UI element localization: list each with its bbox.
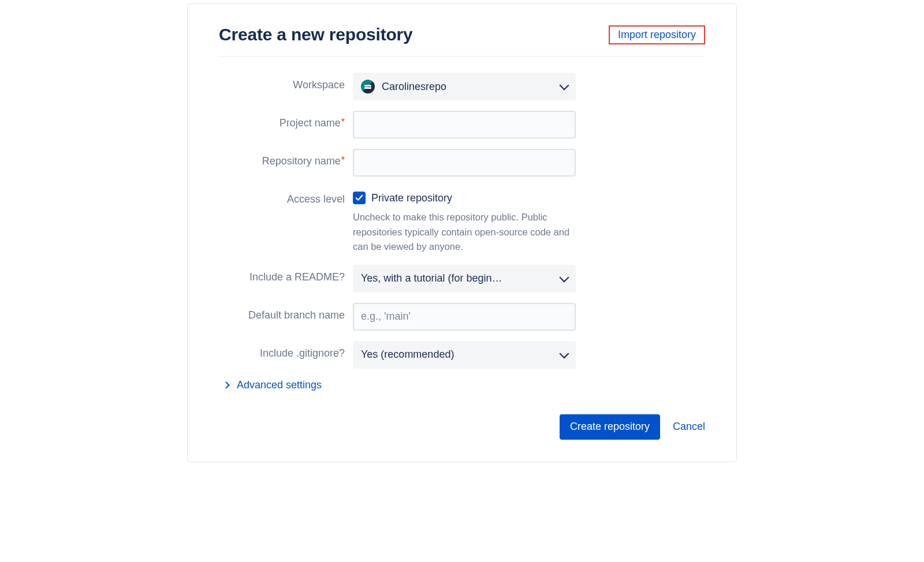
- create-repo-form: Workspace Carolinesrepo Project name* Re…: [219, 73, 705, 440]
- row-repository-name: Repository name*: [219, 149, 705, 177]
- workspace-avatar-icon: [361, 80, 375, 93]
- row-include-readme: Include a README? Yes, with a tutorial (…: [219, 265, 705, 293]
- private-checkbox-label: Private repository: [371, 192, 452, 204]
- header-row: Create a new repository Import repositor…: [219, 25, 705, 57]
- advanced-settings-label: Advanced settings: [237, 379, 322, 391]
- required-asterisk: *: [341, 117, 345, 127]
- row-access-level: Access level Private repository Uncheck …: [219, 187, 705, 254]
- advanced-settings-toggle[interactable]: Advanced settings: [223, 379, 705, 391]
- chevron-down-icon: [560, 272, 569, 282]
- private-checkbox-row: Private repository: [353, 187, 576, 204]
- workspace-value: Carolinesrepo: [382, 81, 556, 93]
- project-name-label: Project name*: [219, 111, 353, 130]
- chevron-right-icon: [222, 381, 230, 389]
- check-icon: [355, 194, 363, 202]
- include-gitignore-label: Include .gitignore?: [219, 341, 353, 360]
- import-repository-link[interactable]: Import repository: [609, 25, 705, 44]
- page-title: Create a new repository: [219, 25, 413, 44]
- include-gitignore-value: Yes (recommended): [361, 349, 556, 361]
- include-readme-label: Include a README?: [219, 265, 353, 284]
- row-workspace: Workspace Carolinesrepo: [219, 73, 705, 100]
- default-branch-input[interactable]: [353, 303, 576, 331]
- chevron-down-icon: [560, 349, 569, 358]
- row-project-name: Project name*: [219, 111, 705, 138]
- include-readme-select[interactable]: Yes, with a tutorial (for begin…: [353, 265, 576, 293]
- create-repository-button[interactable]: Create repository: [560, 414, 660, 440]
- include-gitignore-select[interactable]: Yes (recommended): [353, 341, 576, 369]
- chevron-down-icon: [560, 81, 569, 91]
- repository-name-label: Repository name*: [219, 149, 353, 168]
- row-default-branch: Default branch name: [219, 303, 705, 331]
- workspace-select[interactable]: Carolinesrepo: [353, 73, 576, 100]
- project-name-input[interactable]: [353, 111, 576, 138]
- cancel-button[interactable]: Cancel: [673, 421, 705, 433]
- row-include-gitignore: Include .gitignore? Yes (recommended): [219, 341, 705, 369]
- private-repository-checkbox[interactable]: [353, 192, 366, 204]
- create-repository-card: Create a new repository Import repositor…: [187, 3, 737, 462]
- default-branch-label: Default branch name: [219, 303, 353, 322]
- workspace-label: Workspace: [219, 73, 353, 92]
- include-readme-value: Yes, with a tutorial (for begin…: [361, 272, 556, 284]
- repository-name-input[interactable]: [353, 149, 576, 177]
- access-level-help: Uncheck to make this repository public. …: [353, 210, 576, 254]
- form-actions: Create repository Cancel: [219, 414, 705, 440]
- required-asterisk: *: [341, 155, 345, 165]
- access-level-label: Access level: [219, 187, 353, 206]
